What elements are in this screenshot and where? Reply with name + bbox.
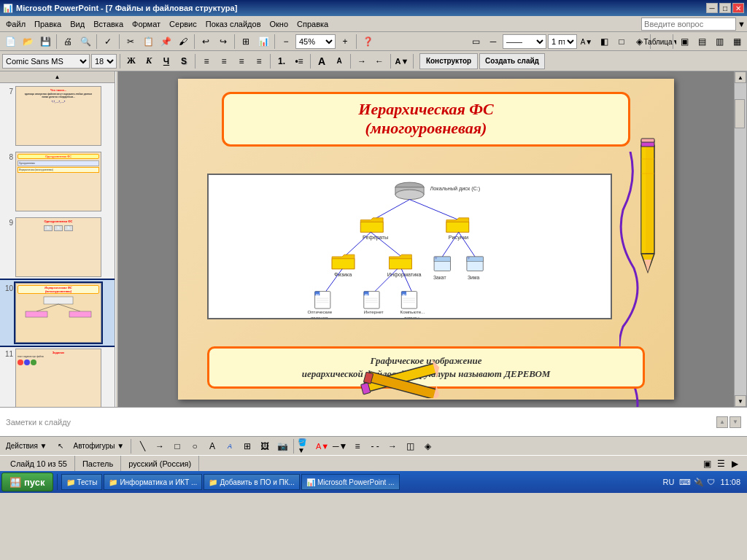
constructor-button[interactable]: Конструктор — [419, 53, 478, 69]
tb-extra2[interactable]: ▤ — [694, 34, 710, 50]
maximize-button[interactable]: □ — [719, 3, 731, 13]
help-button[interactable]: ❓ — [360, 34, 376, 50]
menu-help[interactable]: Справка — [293, 18, 333, 30]
tb-extra3[interactable]: ▥ — [711, 34, 727, 50]
scroll-down-arrow[interactable]: ▼ — [735, 395, 746, 407]
fill-color-btn[interactable]: ◧ — [596, 34, 612, 50]
font-color-btn[interactable]: A▼ — [394, 53, 410, 69]
tb-extra4[interactable]: ▦ — [729, 34, 745, 50]
indent-decrease[interactable]: ← — [371, 53, 387, 69]
normal-view-btn[interactable]: ▣ — [700, 457, 713, 470]
zoom-select[interactable]: 45% 50% 75% 100% — [295, 34, 336, 49]
taskbar-add[interactable]: 📁 Добавить в ПО и ПК... — [204, 474, 300, 490]
menu-slideshow[interactable]: Показ слайдов — [201, 18, 266, 30]
autoshapes-button[interactable]: Автофигуры ▼ — [70, 438, 128, 454]
wordart-btn[interactable]: A — [222, 438, 238, 454]
menu-window[interactable]: Окно — [266, 18, 293, 30]
shadow-button[interactable]: S — [176, 53, 192, 69]
scroll-up-arrow[interactable]: ▲ — [735, 71, 746, 83]
cut-button[interactable]: ✂ — [123, 34, 139, 50]
taskbar-powerpoint[interactable]: 📊 Microsoft PowerPoint ... — [301, 474, 400, 490]
spell-button[interactable]: ✓ — [100, 34, 116, 50]
outline-view-btn[interactable]: ☰ — [714, 457, 727, 470]
panel-scroll-up[interactable]: ▲ — [0, 71, 115, 83]
dash-style-draw[interactable]: - - — [367, 438, 383, 454]
align-center[interactable]: ≡ — [216, 53, 232, 69]
scroll-right-down[interactable]: ▼ — [729, 416, 741, 428]
font-select[interactable]: Comic Sans MS — [2, 54, 90, 69]
new-button[interactable]: 📄 — [2, 34, 18, 50]
open-button[interactable]: 📂 — [20, 34, 36, 50]
slide-thumb-9[interactable]: 9 Одноуровневая ФС 📄 📄 📄 — [0, 214, 115, 280]
zoom-out[interactable]: − — [278, 34, 294, 50]
line-weight-select[interactable]: 1 пт — [548, 34, 577, 49]
align-left[interactable]: ≡ — [198, 53, 214, 69]
line-style-select[interactable]: —— — [503, 34, 546, 49]
menu-insert[interactable]: Вставка — [89, 18, 128, 30]
increase-font[interactable]: A — [314, 53, 330, 69]
3d-style-draw[interactable]: ◈ — [419, 438, 436, 454]
menu-edit[interactable]: Правка — [30, 18, 66, 30]
decrease-font[interactable]: A — [331, 53, 347, 69]
align-justify[interactable]: ≡ — [251, 53, 267, 69]
insert-chart[interactable]: 📊 — [255, 34, 271, 50]
menu-view[interactable]: Вид — [66, 18, 89, 30]
undo-button[interactable]: ↩ — [198, 34, 214, 50]
scroll-right-up[interactable]: ▲ — [716, 416, 728, 428]
arrow-btn[interactable]: → — [152, 438, 168, 454]
close-button[interactable]: ✕ — [732, 3, 744, 13]
scroll-thumb[interactable] — [735, 99, 745, 128]
draw-tb2[interactable]: ─ — [485, 34, 501, 50]
align-right[interactable]: ≡ — [233, 53, 249, 69]
arrow-style-draw[interactable]: → — [384, 438, 400, 454]
slideshow-view-btn[interactable]: ▶ — [728, 457, 741, 470]
line-color-draw[interactable]: ─▼ — [332, 438, 348, 454]
select-btn[interactable]: ↖ — [53, 438, 69, 454]
menu-tools[interactable]: Сервис — [165, 18, 201, 30]
slide-thumb-7[interactable]: 7 Что такое... единицы измерения файлов … — [0, 83, 115, 149]
rect-btn[interactable]: □ — [169, 438, 185, 454]
redo-button[interactable]: ↪ — [215, 34, 231, 50]
shadow-style-draw[interactable]: ◫ — [402, 438, 418, 454]
slide-thumb-10[interactable]: 10 Иерархическая ФС(многоуровневая) — [0, 280, 115, 346]
oval-btn[interactable]: ○ — [187, 438, 203, 454]
indent-increase[interactable]: → — [354, 53, 370, 69]
font-size-select[interactable]: 18 — [91, 54, 117, 69]
paste-button[interactable]: 📌 — [158, 34, 174, 50]
table-btn[interactable]: Таблица▼ — [654, 34, 670, 50]
actions-button[interactable]: Действия ▼ — [2, 438, 51, 454]
minimize-button[interactable]: ─ — [706, 3, 718, 13]
taskbar-informatika[interactable]: 📁 Информатика и ИКТ ... — [104, 474, 202, 490]
bullets-btn[interactable]: •≡ — [291, 53, 307, 69]
line-style-draw[interactable]: ≡ — [349, 438, 365, 454]
diagram-btn[interactable]: ⊞ — [239, 438, 255, 454]
tb-extra1[interactable]: ▣ — [676, 34, 692, 50]
copy-button[interactable]: 📋 — [140, 34, 156, 50]
create-slide-button[interactable]: Создать слайд — [479, 53, 545, 69]
menu-format[interactable]: Формат — [128, 18, 165, 30]
search-input[interactable] — [641, 18, 736, 31]
font-color-draw[interactable]: A▼ — [314, 438, 330, 454]
menu-file[interactable]: Файл — [1, 18, 30, 30]
zoom-in[interactable]: + — [337, 34, 353, 50]
print-button[interactable]: 🖨 — [60, 34, 76, 50]
numbering-btn[interactable]: 1. — [274, 53, 290, 69]
underline-button[interactable]: Ч — [158, 53, 174, 69]
search-arrow[interactable]: ▼ — [738, 20, 746, 28]
start-button[interactable]: 🪟 пуск — [1, 472, 53, 491]
insert-table[interactable]: ⊞ — [238, 34, 254, 50]
format-painter[interactable]: 🖌 — [175, 34, 191, 50]
shadow-btn[interactable]: □ — [614, 34, 630, 50]
bold-button[interactable]: Ж — [123, 53, 139, 69]
preview-button[interactable]: 🔍 — [77, 34, 93, 50]
textbox-btn[interactable]: A — [204, 438, 220, 454]
italic-button[interactable]: К — [141, 53, 157, 69]
draw-tb1[interactable]: ▭ — [468, 34, 484, 50]
image-btn[interactable]: 📷 — [274, 438, 290, 454]
slide-thumb-8[interactable]: 8 Одноуровневая ФС Одноуровневая Иерархи… — [0, 149, 115, 214]
line-btn[interactable]: ╲ — [134, 438, 150, 454]
taskbar-tests[interactable]: 📁 Тесты — [61, 474, 103, 490]
slide-thumb-11[interactable]: 11 Задание текст задания про файлы — [0, 346, 115, 407]
clipart-btn[interactable]: 🖼 — [257, 438, 273, 454]
line-color-btn[interactable]: A▼ — [578, 34, 595, 50]
